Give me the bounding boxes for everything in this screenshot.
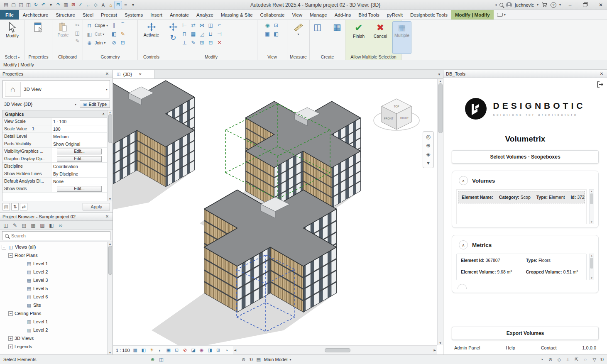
rotate-icon[interactable]: ↻ [170, 34, 176, 42]
properties-close-icon[interactable]: ✕ [104, 71, 110, 76]
worksharing-status-icon[interactable]: ◔ [538, 356, 545, 363]
open-file-icon[interactable]: ◰ [17, 1, 24, 9]
cope-button[interactable]: ⊓ Cope ▾ [85, 21, 109, 29]
unlocked-view-icon[interactable]: ⊘ [182, 347, 188, 354]
thin-lines-icon[interactable]: ≡ [122, 1, 129, 9]
design-options-icon[interactable]: ◫ [158, 356, 164, 363]
db-tools-close-icon[interactable]: ✕ [599, 71, 605, 76]
search-input[interactable] [11, 233, 108, 238]
tree-item-fp-site[interactable]: ▤ Site [0, 301, 107, 309]
browser-table-icon[interactable]: ▦ [29, 222, 37, 229]
zoom-icon[interactable]: ⊕ [424, 142, 432, 149]
tree-item-3d-views[interactable]: + 3D Views [0, 334, 107, 342]
show-crop-region-icon[interactable]: ⊡ [174, 347, 180, 354]
select-links-icon[interactable]: ⊘ [547, 356, 554, 363]
prop-row-graphic-display[interactable]: Graphic Display Op... Edit... [2, 155, 107, 163]
tab-insert[interactable]: Insert [147, 10, 166, 20]
view-tab-3d[interactable]: ◫ {3D} ✕ [113, 70, 154, 78]
tab-add-ins[interactable]: Add-Ins [331, 10, 355, 20]
tree-item-ceiling-plans[interactable]: − Ceiling Plans [0, 309, 107, 318]
tree-expander-icon[interactable]: − [8, 311, 13, 316]
search-icon[interactable] [499, 3, 503, 7]
offset-icon[interactable]: ⇄ [189, 21, 197, 29]
canvas-hscroll-thumb[interactable] [325, 348, 350, 352]
minimize-button[interactable]: – [564, 0, 576, 10]
copy-icon[interactable]: ◫ [207, 21, 215, 29]
prop-row-visibility-graphics[interactable]: Visibility/Graphics ... Edit... [2, 148, 107, 155]
mirror-icon[interactable]: ⋈ [198, 21, 206, 29]
sort-descending-icon[interactable]: ⇄ [20, 203, 27, 210]
cart-icon[interactable] [541, 2, 548, 7]
contact-link[interactable]: Contact [541, 345, 557, 350]
full-navigation-wheel-icon[interactable]: ◎ [424, 133, 432, 140]
user-name[interactable]: juchnevic [515, 2, 534, 7]
unjoin-geometry-icon[interactable]: ⊟ [119, 39, 127, 46]
tab-file[interactable]: File [0, 10, 19, 20]
demolish-icon[interactable]: ⊘ [110, 39, 118, 46]
prop-row-parts-visibility[interactable]: Parts Visibility Show Original [2, 140, 107, 148]
tab-architecture[interactable]: Architecture [19, 10, 52, 20]
save-icon[interactable]: ◫ [25, 1, 32, 9]
tab-massing-site[interactable]: Massing & Site [217, 10, 257, 20]
restore-button[interactable] [579, 0, 592, 10]
browser-scrollbar[interactable]: ▲ ▼ [107, 242, 113, 354]
sort-ascending-icon[interactable]: ⇅ [11, 203, 19, 210]
view-tab-close-icon[interactable]: ✕ [139, 72, 142, 76]
tab-manage[interactable]: Manage [306, 10, 331, 20]
tree-item-fp-level-6[interactable]: ▤ Level 6 [0, 293, 107, 301]
align-icon[interactable]: ⊢ [181, 21, 188, 29]
edit-type-button[interactable]: ▣ Edit Type [80, 100, 110, 108]
properties-panel-label[interactable]: Properties [25, 54, 52, 60]
prop-row-show-hidden-lines[interactable]: Show Hidden Lines By Discipline [2, 170, 107, 178]
tree-item-floor-plans[interactable]: − Floor Plans [0, 251, 107, 259]
properties-toggle-button[interactable] [29, 21, 48, 54]
undo-dropdown-icon[interactable]: ▾ [47, 1, 54, 9]
join-button[interactable]: ⊕ Join ▾ [85, 39, 109, 47]
multiple-selection-panel-label[interactable]: Allow Multiple Selection [345, 54, 401, 60]
unpin-icon[interactable]: ⊔ [207, 30, 215, 37]
tree-expander-icon[interactable]: − [8, 253, 13, 258]
prop-row-show-grids[interactable]: Show Grids Edit... [2, 185, 107, 193]
temporary-hide-isolate-icon[interactable]: ◪ [190, 347, 197, 354]
tree-item-cp-level-1[interactable]: ▥ Level 1 [0, 318, 107, 326]
tree-item-fp-level-3[interactable]: ▤ Level 3 [0, 276, 107, 284]
metrics-item[interactable]: Element Id: 367807 Type: Floors Element … [456, 254, 587, 280]
drag-on-selection-icon[interactable]: ⇱ [573, 356, 580, 363]
close-file-icon[interactable]: ⊠ [70, 1, 77, 9]
application-menu-icon[interactable]: ▤ [2, 1, 10, 9]
tree-expander-icon[interactable]: + [8, 336, 13, 341]
text-icon[interactable]: A [100, 1, 107, 9]
new-file-icon[interactable]: ▢ [10, 1, 17, 9]
controls-panel-label[interactable]: Controls [138, 54, 165, 60]
close-window-button[interactable]: ✕ [595, 0, 607, 10]
browser-doc-icon[interactable]: ◫ [2, 222, 10, 229]
render-icon[interactable]: ◉ [264, 21, 272, 29]
volumes-scroll-thumb[interactable] [590, 193, 593, 204]
aligned-dimension-icon[interactable]: ↔ [85, 1, 92, 9]
match-type-icon[interactable]: ✎ [73, 37, 81, 44]
array-icon[interactable]: ▦ [189, 30, 197, 37]
export-volumes-button[interactable]: Export Volumes [452, 327, 599, 340]
reveal-hidden-elements-icon[interactable]: ◉ [198, 347, 205, 354]
apply-button[interactable]: Apply [83, 203, 110, 210]
cancel-button[interactable]: ✖ Cancel [371, 22, 389, 54]
cut-geometry-button[interactable]: ◧ Cut ▾ [85, 30, 109, 38]
measure-icon[interactable]: ∠ [77, 1, 84, 9]
paint-icon[interactable]: ✎ [119, 30, 127, 37]
type-selector[interactable]: ⌂ 3D View ▾ [2, 80, 110, 98]
tab-systems[interactable]: Systems [121, 10, 147, 20]
temporary-view-properties-icon[interactable]: ◨ [207, 347, 213, 354]
worksharing-display-icon[interactable]: ◔ [223, 347, 230, 354]
ribbon-options-dropdown[interactable]: ▾ [497, 10, 506, 20]
section-box-icon[interactable]: ⊡ [272, 21, 280, 29]
background-processes-icon[interactable]: ◌ [582, 356, 589, 363]
tab-view[interactable]: View [288, 10, 306, 20]
match-properties-icon[interactable]: ✎ [189, 39, 197, 46]
create-similar-icon[interactable]: ▦ [328, 21, 346, 54]
tab-designbotic-tools[interactable]: Designbotic Tools [406, 10, 451, 20]
metrics-scrollbar[interactable]: ▲ ▼ [589, 254, 594, 280]
measure-panel-label[interactable]: Measure [287, 54, 309, 60]
modify-panel-label[interactable]: Modify [165, 54, 257, 60]
print-icon[interactable]: ▥ [62, 1, 69, 9]
copy-to-clipboard-icon[interactable]: ◫ [73, 29, 81, 37]
